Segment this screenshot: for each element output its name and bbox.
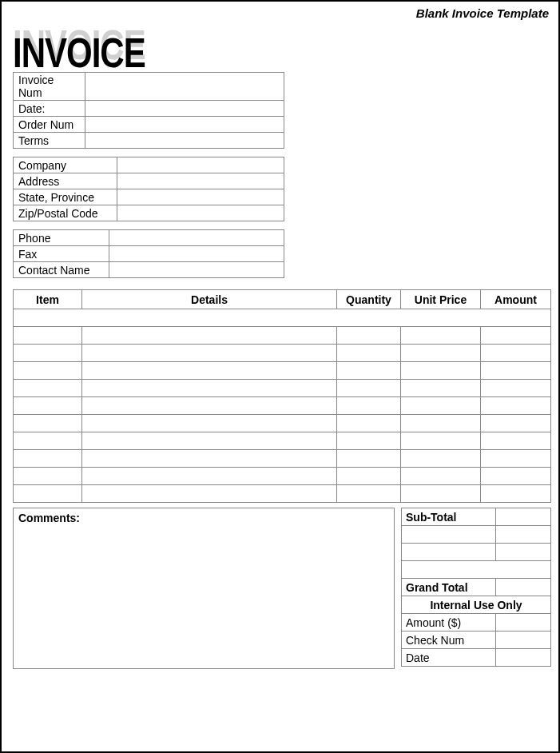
item-cell[interactable]: [82, 450, 337, 468]
item-cell[interactable]: [14, 468, 82, 485]
item-cell[interactable]: [337, 415, 401, 432]
item-cell[interactable]: [82, 380, 337, 397]
internal-label: Date: [402, 649, 496, 667]
item-cell[interactable]: [14, 415, 82, 432]
contact-label: Phone: [14, 230, 109, 246]
company-value[interactable]: [117, 173, 284, 189]
item-cell[interactable]: [401, 380, 481, 397]
company-label: Address: [14, 173, 117, 189]
items-header: Amount: [481, 290, 551, 309]
item-cell[interactable]: [481, 468, 551, 485]
item-cell[interactable]: [481, 450, 551, 468]
invoice-info-table: Invoice Num Date: Order Num Terms: [13, 72, 284, 149]
item-cell[interactable]: [481, 380, 551, 397]
internal-value[interactable]: [496, 614, 551, 631]
internal-label: Amount ($): [402, 614, 496, 631]
item-cell[interactable]: [337, 327, 401, 345]
item-cell[interactable]: [481, 345, 551, 362]
item-cell[interactable]: [82, 415, 337, 432]
internal-value[interactable]: [496, 649, 551, 667]
company-label: Company: [14, 157, 117, 173]
contact-value[interactable]: [109, 262, 284, 278]
item-cell[interactable]: [14, 345, 82, 362]
item-cell[interactable]: [401, 485, 481, 503]
items-row: [14, 432, 551, 450]
item-cell[interactable]: [401, 415, 481, 432]
item-cell[interactable]: [14, 432, 82, 450]
item-cell[interactable]: [481, 485, 551, 503]
item-cell[interactable]: [401, 450, 481, 468]
title-main: INVOICE: [13, 29, 145, 77]
items-row: [14, 415, 551, 432]
contact-table: Phone Fax Contact Name: [13, 229, 284, 278]
contact-label: Contact Name: [14, 262, 109, 278]
internal-value[interactable]: [496, 631, 551, 649]
item-cell[interactable]: [481, 397, 551, 415]
item-cell[interactable]: [14, 485, 82, 503]
info-value[interactable]: [85, 101, 284, 117]
totals-column: Sub-Total Grand Total Internal Use Only …: [401, 508, 551, 669]
company-value[interactable]: [117, 157, 284, 173]
item-cell[interactable]: [401, 345, 481, 362]
template-label: Blank Invoice Template: [416, 6, 549, 20]
contact-value[interactable]: [109, 246, 284, 262]
item-cell[interactable]: [82, 397, 337, 415]
item-cell[interactable]: [481, 327, 551, 345]
comments-label: Comments:: [18, 512, 80, 524]
total-extra-label[interactable]: [402, 544, 496, 561]
item-cell[interactable]: [337, 397, 401, 415]
info-label: Terms: [14, 133, 85, 149]
comments-box[interactable]: Comments:: [13, 508, 395, 669]
totals-table: Sub-Total Grand Total Internal Use Only …: [401, 508, 551, 667]
items-row: [14, 450, 551, 468]
info-label: Order Num: [14, 117, 85, 133]
item-cell[interactable]: [481, 432, 551, 450]
item-cell[interactable]: [82, 345, 337, 362]
item-cell[interactable]: [14, 362, 82, 380]
items-row: [14, 380, 551, 397]
item-cell[interactable]: [82, 432, 337, 450]
item-cell[interactable]: [82, 327, 337, 345]
grandtotal-value[interactable]: [496, 579, 551, 596]
item-cell[interactable]: [337, 362, 401, 380]
total-extra-label[interactable]: [402, 526, 496, 544]
contact-label: Fax: [14, 246, 109, 262]
company-label: State, Province: [14, 189, 117, 205]
item-cell[interactable]: [481, 415, 551, 432]
grandtotal-label: Grand Total: [402, 579, 496, 596]
item-cell[interactable]: [14, 450, 82, 468]
items-header: Item: [14, 290, 82, 309]
item-cell[interactable]: [481, 362, 551, 380]
item-cell[interactable]: [14, 397, 82, 415]
item-cell[interactable]: [337, 432, 401, 450]
item-cell[interactable]: [401, 397, 481, 415]
item-cell[interactable]: [401, 362, 481, 380]
company-value[interactable]: [117, 205, 284, 221]
info-value[interactable]: [85, 117, 284, 133]
item-cell[interactable]: [337, 485, 401, 503]
items-table: Item Details Quantity Unit Price Amount: [13, 289, 551, 503]
internal-use-header: Internal Use Only: [402, 596, 551, 614]
items-row: [14, 345, 551, 362]
contact-value[interactable]: [109, 230, 284, 246]
item-cell[interactable]: [401, 468, 481, 485]
company-value[interactable]: [117, 189, 284, 205]
item-cell[interactable]: [14, 380, 82, 397]
item-cell[interactable]: [337, 450, 401, 468]
item-cell[interactable]: [401, 327, 481, 345]
total-extra-value[interactable]: [496, 544, 551, 561]
total-extra-value[interactable]: [496, 526, 551, 544]
item-cell[interactable]: [14, 327, 82, 345]
info-value[interactable]: [85, 133, 284, 149]
item-cell[interactable]: [337, 345, 401, 362]
item-cell[interactable]: [401, 432, 481, 450]
subtotal-value[interactable]: [496, 508, 551, 526]
internal-label: Check Num: [402, 631, 496, 649]
item-cell[interactable]: [337, 468, 401, 485]
bottom-section: Comments: Sub-Total Grand Total Internal…: [13, 508, 551, 669]
item-cell[interactable]: [82, 362, 337, 380]
item-cell[interactable]: [82, 485, 337, 503]
item-cell[interactable]: [82, 468, 337, 485]
item-cell[interactable]: [337, 380, 401, 397]
items-row: [14, 468, 551, 485]
